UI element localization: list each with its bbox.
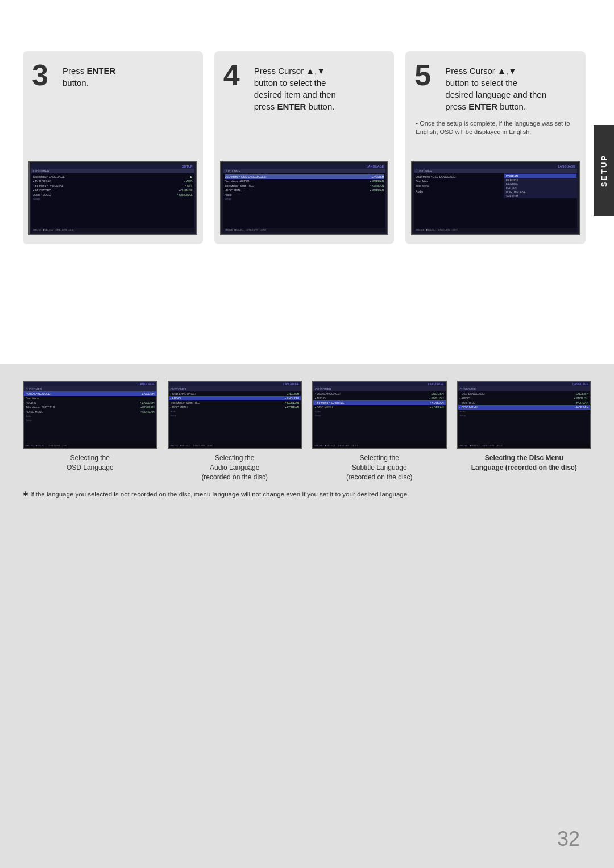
screen5-r2: Disc Menu bbox=[416, 179, 502, 183]
step3-text: Press ENTERbutton. bbox=[63, 65, 193, 89]
screen4-row1: OSD Menu • OSD LANGUAGES: ENGLISH bbox=[225, 174, 384, 179]
bottom-note: ✱ If the language you selected is not re… bbox=[23, 490, 591, 499]
screen5-inner: LANGUAGE CUSTOMER OSD Menu • OSD LANGUAG… bbox=[414, 164, 577, 232]
screen3-row4: • PASSWORD • CHANGE bbox=[33, 188, 193, 193]
top-section: 3 Press ENTERbutton. SETUP CUSTOMER Disc… bbox=[23, 51, 586, 244]
lang-korean: KOREAN bbox=[504, 174, 576, 178]
step3-box: 3 Press ENTERbutton. SETUP CUSTOMER Disc… bbox=[23, 51, 203, 244]
step4-enter: ENTER bbox=[277, 102, 306, 111]
step4-box: 4 Press Cursor ▲,▼button to select thede… bbox=[214, 51, 395, 244]
page-number: 32 bbox=[557, 827, 580, 851]
screen4-title: LANGUAGE bbox=[223, 164, 386, 169]
step4-number: 4 bbox=[223, 60, 240, 90]
screen4-row2: Disc Menu • AUDIO • KOREAN bbox=[225, 179, 384, 183]
screen3-row1: Disc Menu • LANGUAGE ▶ bbox=[33, 174, 193, 179]
setup-tab: SETUP bbox=[594, 125, 614, 216]
bottom-section: LANGUAGE CUSTOMER • OSD LANGUAGE: ENGLIS… bbox=[0, 364, 614, 868]
screen4-row3: Title Menu • SUBTITLE • KOREAN bbox=[225, 183, 384, 188]
screen4-footer: ⊙MOVE ■SELECT ⑤RETURN □EXIT bbox=[223, 228, 386, 232]
bottom-item-3: LANGUAGE CUSTOMER • OSD LANGUAGE: ENGLIS… bbox=[312, 381, 447, 482]
screen4-row4: • DISC MENU • KOREAN bbox=[225, 188, 384, 193]
step5-box: 5 Press Cursor ▲,▼button to select thede… bbox=[405, 51, 586, 244]
caption-2: Selecting the Audio Language (recorded o… bbox=[201, 453, 268, 482]
lang-portuguese: PORTUGUESE bbox=[504, 190, 576, 194]
step5-note: • Once the setup is complete, if the lan… bbox=[416, 119, 575, 137]
caption-4: Selecting the Disc Menu Language (record… bbox=[471, 453, 577, 473]
screen3-section: Setup bbox=[33, 197, 193, 201]
screen3-menu: Disc Menu • LANGUAGE ▶ • TV DISPLAY • WE… bbox=[31, 173, 194, 202]
screen5-r5: Audio bbox=[416, 189, 502, 194]
sm-screen-2: LANGUAGE CUSTOMER • OSD LANGUAGE: ENGLIS… bbox=[169, 382, 301, 448]
screen4-header: CUSTOMER bbox=[223, 169, 386, 173]
page-container: SETUP 3 Press ENTERbutton. SETUP CUSTOME… bbox=[0, 0, 614, 868]
step5-enter: ENTER bbox=[468, 102, 497, 111]
screen5-r3: Title Menu bbox=[416, 183, 502, 188]
bottom-screen-3: LANGUAGE CUSTOMER • OSD LANGUAGE: ENGLIS… bbox=[312, 381, 447, 449]
screen3-title: SETUP bbox=[31, 164, 194, 169]
sm-screen-1: LANGUAGE CUSTOMER • OSD LANGUAGE: ENGLIS… bbox=[24, 382, 156, 448]
step3-press: Press ENTERbutton. bbox=[63, 66, 115, 87]
bottom-item-2: LANGUAGE CUSTOMER • OSD LANGUAGE: ENGLIS… bbox=[168, 381, 302, 482]
caption-1: Selecting the OSD Language bbox=[67, 453, 114, 473]
screen3-row3: Title Menu • PARENTAL • OFF bbox=[33, 183, 193, 188]
screen3-row2: • TV DISPLAY • WEB bbox=[33, 179, 193, 183]
screen5-mockup: LANGUAGE CUSTOMER OSD Menu • OSD LANGUAG… bbox=[411, 161, 580, 235]
screen4-mockup: LANGUAGE CUSTOMER OSD Menu • OSD LANGUAG… bbox=[220, 161, 389, 235]
step3-number: 3 bbox=[32, 60, 48, 90]
screen5-content: OSD Menu • OSD LANGUAGE: Disc Menu Title… bbox=[414, 173, 577, 198]
bottom-screen-4: LANGUAGE CUSTOMER • OSD LANGUAGE: ENGLIS… bbox=[457, 381, 592, 449]
screen3-footer: ⊙MOVE ■SELECT ⑤RETURN □EXIT bbox=[31, 228, 194, 232]
lang-spanish: SPANISH bbox=[504, 194, 576, 198]
screen5-left: OSD Menu • OSD LANGUAGE: Disc Menu Title… bbox=[414, 173, 504, 198]
bottom-item-1: LANGUAGE CUSTOMER • OSD LANGUAGE: ENGLIS… bbox=[23, 381, 157, 482]
caption-3: Selecting the Subtitle Language (recorde… bbox=[346, 453, 413, 482]
sm-screen-4: LANGUAGE CUSTOMER • OSD LANGUAGE: ENGLIS… bbox=[458, 382, 591, 448]
step3-enter: ENTER bbox=[87, 66, 116, 76]
screen4-section: Setup bbox=[225, 197, 384, 201]
bottom-screens-row: LANGUAGE CUSTOMER • OSD LANGUAGE: ENGLIS… bbox=[23, 381, 591, 482]
screen4-inner: LANGUAGE CUSTOMER OSD Menu • OSD LANGUAG… bbox=[223, 164, 386, 232]
screen5-header: CUSTOMER bbox=[414, 169, 577, 173]
screen5-r1: OSD Menu • OSD LANGUAGE: bbox=[416, 174, 502, 179]
lang-french: FRENCH bbox=[504, 178, 576, 182]
lang-german: GERMAN bbox=[504, 182, 576, 186]
bottom-screen-2: LANGUAGE CUSTOMER • OSD LANGUAGE: ENGLIS… bbox=[168, 381, 302, 449]
lang-italian: ITALIAN bbox=[504, 186, 576, 190]
screen3-inner: SETUP CUSTOMER Disc Menu • LANGUAGE ▶ • … bbox=[31, 164, 194, 232]
step4-text: Press Cursor ▲,▼button to select thedesi… bbox=[254, 65, 384, 112]
screen4-row5: Audio bbox=[225, 193, 384, 197]
screen5-title: LANGUAGE bbox=[414, 164, 577, 169]
screen4-menu: OSD Menu • OSD LANGUAGES: ENGLISH Disc M… bbox=[223, 173, 386, 202]
screen5-langlist: KOREAN FRENCH GERMAN ITALIAN PORTUGUESE … bbox=[504, 173, 577, 198]
bottom-item-4: LANGUAGE CUSTOMER • OSD LANGUAGE: ENGLIS… bbox=[457, 381, 592, 482]
sm-screen-3: LANGUAGE CUSTOMER • OSD LANGUAGE: ENGLIS… bbox=[313, 382, 446, 448]
screen3-header: CUSTOMER bbox=[31, 169, 194, 173]
bottom-screen-1: LANGUAGE CUSTOMER • OSD LANGUAGE: ENGLIS… bbox=[23, 381, 157, 449]
setup-tab-label: SETUP bbox=[600, 154, 608, 187]
screen5-footer: ⊙MOVE ■SELECT ⑤RETURN □EXIT bbox=[414, 228, 577, 232]
step5-text: Press Cursor ▲,▼button to select thedesi… bbox=[445, 65, 575, 112]
screen3-mockup: SETUP CUSTOMER Disc Menu • LANGUAGE ▶ • … bbox=[28, 161, 197, 235]
step5-number: 5 bbox=[414, 60, 431, 90]
screen3-row5: Audio • LOGO • ORIGINAL bbox=[33, 193, 193, 197]
